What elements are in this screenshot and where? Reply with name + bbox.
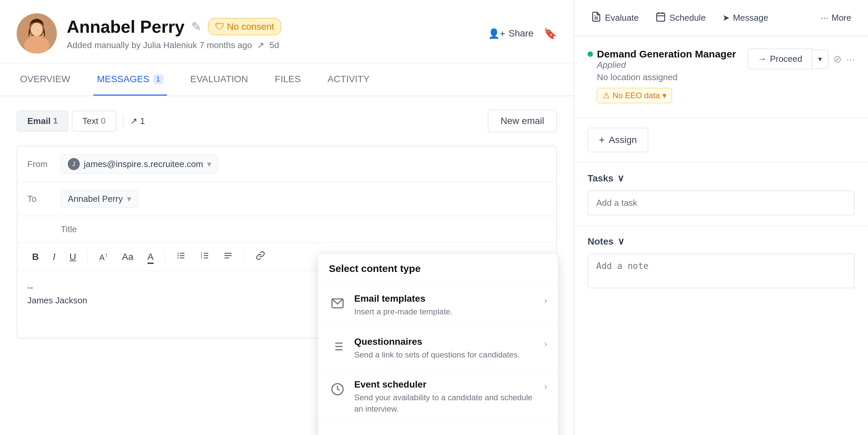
dropdown-text-email-templates: Email templates Insert a pre-made templa… xyxy=(354,293,536,317)
eeo-dropdown-arrow: ▾ xyxy=(662,91,666,100)
sender-avatar: J xyxy=(68,158,80,170)
text-filter-button[interactable]: Text 0 xyxy=(72,111,116,132)
job-more-button[interactable]: ··· xyxy=(846,54,855,65)
plus-icon: + xyxy=(599,134,605,146)
align-button[interactable] xyxy=(219,248,237,265)
proceed-arrow-icon: → xyxy=(758,54,767,64)
to-row: To Annabel Perry ▾ xyxy=(18,182,556,216)
dropdown-item-event-scheduler[interactable]: Event scheduler Send your availability t… xyxy=(318,370,558,424)
assign-button[interactable]: + Assign xyxy=(588,127,648,152)
tab-messages[interactable]: MESSAGES 1 xyxy=(93,64,166,95)
no-eeo-badge[interactable]: ⚠ No EEO data ▾ xyxy=(597,88,672,103)
dropdown-arrow-to: ▾ xyxy=(127,194,131,204)
add-task-input[interactable] xyxy=(588,191,855,215)
more-button[interactable]: ··· More xyxy=(817,9,855,26)
text-color-button[interactable]: A xyxy=(143,249,159,265)
proceed-button[interactable]: → Proceed xyxy=(748,49,812,69)
svg-text:3: 3 xyxy=(201,256,203,259)
schedule-icon xyxy=(655,11,666,24)
dropdown-item-gdpr-links[interactable]: GDPR links Insert links related to GDPR … xyxy=(318,424,558,435)
link-button[interactable] xyxy=(251,248,270,265)
bold-button[interactable]: B xyxy=(27,249,43,265)
dropdown-text-gdpr-links: GDPR links Insert links related to GDPR … xyxy=(354,433,536,435)
tasks-section: Tasks ∨ xyxy=(574,163,868,226)
bookmark-icon[interactable]: 🔖 xyxy=(544,27,557,40)
toolbar-sep-2 xyxy=(165,251,165,263)
svg-point-7 xyxy=(178,253,179,254)
to-label: To xyxy=(27,194,54,204)
svg-rect-29 xyxy=(657,13,665,21)
title-row: T xyxy=(18,216,556,243)
underline-button[interactable]: U xyxy=(65,249,81,265)
evaluate-button[interactable]: Evaluate xyxy=(588,8,642,28)
job-actions: → Proceed ▾ ⊘ ··· xyxy=(748,49,855,69)
dropdown-arrow-email: › xyxy=(544,295,547,306)
message-button[interactable]: ➤ Message xyxy=(719,9,772,26)
ordered-list-button[interactable]: 123 xyxy=(195,248,214,265)
tasks-chevron-icon: ∨ xyxy=(617,173,624,184)
italic-button[interactable]: I xyxy=(48,249,60,265)
dropdown-arrow-from: ▾ xyxy=(207,159,211,169)
job-location: No location assigned xyxy=(588,72,736,83)
svg-point-3 xyxy=(31,23,43,36)
profile-header: Annabel Perry ✎ 🛡 No consent Added manua… xyxy=(0,0,574,64)
svg-point-8 xyxy=(178,255,179,256)
share-button[interactable]: 👤+ Evaluate Share xyxy=(488,28,533,39)
profile-meta: Added manually by Julia Haleniuk 7 month… xyxy=(67,40,478,51)
from-selector[interactable]: J james@inspire.s.recruitee.com ▾ xyxy=(61,154,218,174)
schedule-button[interactable]: Schedule xyxy=(652,8,709,28)
linked-count: ↗ 1 xyxy=(130,116,145,126)
questionnaires-icon xyxy=(329,338,346,355)
dropdown-item-email-templates[interactable]: Email templates Insert a pre-made templa… xyxy=(318,284,558,327)
dropdown-item-questionnaires[interactable]: Questionnaires Send a link to sets of qu… xyxy=(318,327,558,370)
proceed-dropdown-button[interactable]: ▾ xyxy=(812,50,829,69)
notes-header[interactable]: Notes ∨ xyxy=(588,236,855,247)
dropdown-text-questionnaires: Questionnaires Send a link to sets of qu… xyxy=(354,337,536,360)
right-panel: Evaluate Schedule ➤ Message ··· More Dem… xyxy=(574,0,868,435)
proceed-group: → Proceed ▾ xyxy=(748,49,829,69)
dropdown-arrow-questionnaires: › xyxy=(544,339,547,349)
tab-evaluation[interactable]: EVALUATION xyxy=(187,64,251,95)
profile-info: Annabel Perry ✎ 🛡 No consent Added manua… xyxy=(67,17,478,51)
consent-badge: 🛡 No consent xyxy=(208,18,281,35)
to-selector[interactable]: Annabel Perry ▾ xyxy=(61,190,138,208)
right-topbar: Evaluate Schedule ➤ Message ··· More xyxy=(574,0,868,36)
filter-bar: Email 1 Text 0 ↗ 1 New email xyxy=(17,110,557,132)
share-icon: 👤+ xyxy=(488,28,505,39)
job-section: Demand Generation Manager Applied No loc… xyxy=(574,36,868,118)
tab-activity[interactable]: ACTIVITY xyxy=(324,64,373,95)
new-email-button[interactable]: New email xyxy=(488,110,557,132)
font-size-up-button[interactable]: A↑ xyxy=(94,249,113,265)
job-status: Demand Generation Manager xyxy=(588,49,736,60)
svg-point-9 xyxy=(178,257,179,259)
more-dots-icon: ··· xyxy=(821,13,828,23)
profile-name: Annabel Perry xyxy=(67,17,185,37)
event-scheduler-icon xyxy=(329,381,346,398)
dropdown-arrow-event-scheduler: › xyxy=(544,381,547,392)
job-header: Demand Generation Manager Applied No loc… xyxy=(588,49,855,103)
content-type-dropdown: Select content type Email templates Inse… xyxy=(318,253,558,435)
disqualify-button[interactable]: ⊘ xyxy=(833,53,842,65)
from-row: From J james@inspire.s.recruitee.com ▾ xyxy=(18,146,556,182)
job-title: Demand Generation Manager xyxy=(597,49,736,60)
left-panel: Annabel Perry ✎ 🛡 No consent Added manua… xyxy=(0,0,574,435)
toolbar-sep-3 xyxy=(244,251,244,263)
dropdown-text-event-scheduler: Event scheduler Send your availability t… xyxy=(354,379,536,414)
font-size-button[interactable]: Aa xyxy=(117,249,138,265)
title-input[interactable] xyxy=(61,224,546,235)
unordered-list-button[interactable] xyxy=(172,248,191,265)
edit-icon[interactable]: ✎ xyxy=(191,20,201,34)
email-filter-button[interactable]: Email 1 xyxy=(17,111,68,132)
tab-files[interactable]: FILES xyxy=(271,64,304,95)
tabs-bar: OVERVIEW MESSAGES 1 EVALUATION FILES ACT… xyxy=(0,64,574,96)
tab-overview[interactable]: OVERVIEW xyxy=(17,64,73,95)
from-label: From xyxy=(27,159,54,169)
external-link-icon: ↗ xyxy=(130,116,137,126)
filter-divider xyxy=(123,114,124,127)
tasks-header[interactable]: Tasks ∨ xyxy=(588,173,855,184)
activity-icon: ↗ xyxy=(257,40,265,51)
dropdown-header: Select content type xyxy=(318,254,558,284)
message-icon: ➤ xyxy=(722,13,730,23)
toolbar-sep-1 xyxy=(88,251,88,263)
add-note-input[interactable] xyxy=(588,254,855,288)
